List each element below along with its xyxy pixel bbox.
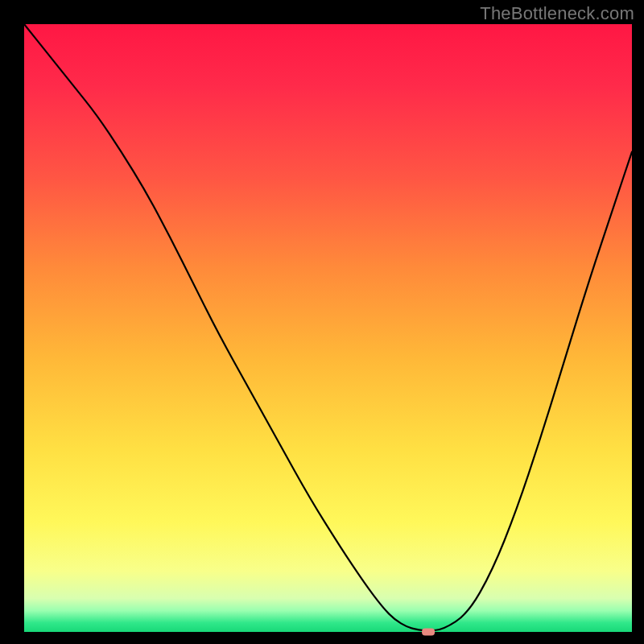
chart-frame: TheBottleneck.com xyxy=(0,0,644,644)
plot-background xyxy=(24,24,632,632)
watermark-text: TheBottleneck.com xyxy=(480,3,634,24)
optimal-marker xyxy=(422,629,435,636)
bottleneck-plot xyxy=(0,0,644,644)
